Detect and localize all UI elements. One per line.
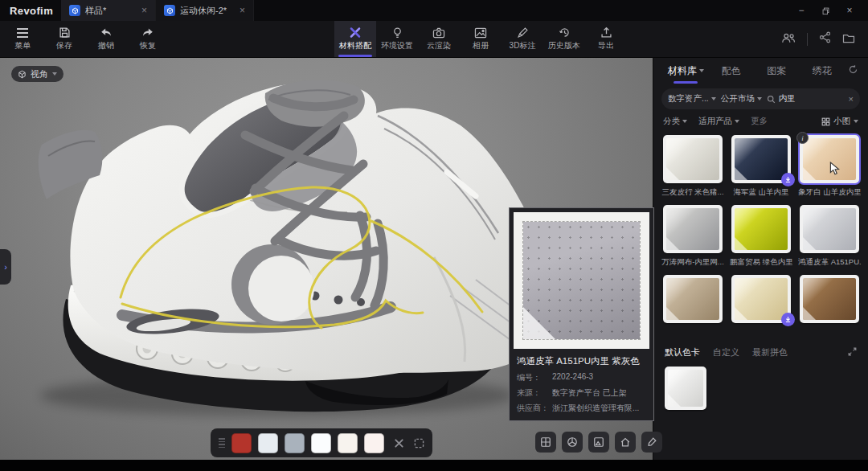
material-item[interactable]: i象牙白 山羊皮内里 bbox=[798, 135, 861, 197]
annotate-3d-button[interactable]: 3D标注 bbox=[502, 21, 543, 57]
titlebar: Revofim 样品* × 运动休闲-2* × − × bbox=[0, 0, 868, 21]
letterbox-bar bbox=[0, 460, 868, 471]
default-material-swatch[interactable] bbox=[665, 367, 706, 410]
capture-frame-button[interactable] bbox=[414, 438, 424, 448]
color-swatch[interactable] bbox=[231, 433, 252, 453]
export-button[interactable]: 导出 bbox=[585, 21, 627, 57]
album-button[interactable]: 相册 bbox=[460, 21, 502, 57]
search-box bbox=[767, 94, 844, 104]
shuffle-colors-button[interactable] bbox=[394, 438, 404, 448]
material-item[interactable] bbox=[661, 275, 724, 337]
image-icon bbox=[593, 436, 604, 448]
color-swatch[interactable] bbox=[338, 433, 358, 453]
download-badge-icon[interactable] bbox=[781, 313, 795, 326]
tab-latest-palette[interactable]: 最新拼色 bbox=[752, 346, 788, 358]
material-item[interactable] bbox=[730, 275, 792, 337]
source-dropdown[interactable]: 数字资产... bbox=[668, 93, 716, 104]
environment-button[interactable]: 环境设置 bbox=[376, 21, 418, 57]
tab-color-scheme[interactable]: 配色 bbox=[709, 59, 755, 83]
more-button[interactable]: 更多 bbox=[751, 116, 768, 127]
color-wheel-button[interactable] bbox=[562, 432, 583, 453]
material-name: 鸿通皮革 A151PU... bbox=[798, 257, 861, 267]
download-badge-icon[interactable] bbox=[781, 173, 795, 186]
tab-sport-casual[interactable]: 运动休闲-2* × bbox=[156, 0, 254, 21]
thumbnail-size-dropdown[interactable]: 小图 bbox=[821, 116, 858, 127]
tab-default-palette[interactable]: 默认色卡 bbox=[665, 346, 700, 358]
color-swatch[interactable] bbox=[285, 433, 305, 453]
chevron-down-icon bbox=[52, 72, 57, 76]
expand-panel-button[interactable] bbox=[848, 347, 857, 358]
color-bar bbox=[211, 428, 432, 457]
drag-handle[interactable] bbox=[219, 438, 225, 448]
scene-button[interactable] bbox=[615, 432, 636, 453]
clear-search-icon[interactable]: × bbox=[849, 94, 854, 104]
tab-sample[interactable]: 样品* × bbox=[61, 0, 156, 21]
tab-embroidery[interactable]: 绣花 bbox=[800, 59, 845, 83]
view-angle-button[interactable]: 视角 bbox=[11, 66, 63, 82]
view-cube-icon bbox=[18, 70, 27, 79]
filter-bar-2: 分类 适用产品 更多 小图 bbox=[663, 116, 858, 127]
material-panel: 材料库 配色 图案 绣花 数字资产... 公开市场 bbox=[653, 58, 868, 460]
material-item[interactable]: 海军蓝 山羊内里 bbox=[730, 135, 792, 197]
color-swatch[interactable] bbox=[311, 433, 331, 453]
restore-button[interactable] bbox=[815, 2, 836, 18]
toolbar-center-group: 材料搭配 环境设置 云渲染 相册 3D标注 历史版本 bbox=[334, 21, 627, 57]
chevron-down-icon bbox=[682, 120, 687, 123]
undo-button[interactable]: 撤销 bbox=[85, 21, 127, 57]
redo-button[interactable]: 恢复 bbox=[127, 21, 169, 57]
folder-button[interactable] bbox=[842, 32, 855, 47]
minimize-button[interactable]: − bbox=[791, 2, 812, 18]
info-icon[interactable]: i bbox=[796, 132, 809, 144]
collaborate-button[interactable] bbox=[781, 32, 796, 47]
mouse-cursor bbox=[829, 162, 841, 179]
texture-button[interactable] bbox=[588, 432, 609, 453]
save-icon bbox=[59, 27, 71, 39]
material-item[interactable]: 万涛网布-内里网... bbox=[661, 205, 724, 267]
color-wheel-icon bbox=[567, 436, 578, 448]
board-icon bbox=[540, 436, 551, 448]
material-code-row: 编号： 2202-246-3 bbox=[517, 372, 646, 383]
material-name: 万涛网布-内里网... bbox=[661, 257, 724, 267]
default-palette-area bbox=[653, 358, 868, 418]
material-match-button[interactable]: 材料搭配 bbox=[334, 21, 376, 57]
panel-expand-handle[interactable]: › bbox=[0, 249, 11, 285]
export-icon bbox=[600, 27, 612, 39]
camera-icon bbox=[432, 27, 445, 39]
material-item[interactable] bbox=[798, 275, 861, 337]
search-input[interactable] bbox=[779, 94, 835, 104]
material-match-icon bbox=[349, 27, 362, 39]
material-board-button[interactable] bbox=[535, 432, 556, 453]
tab-pattern[interactable]: 图案 bbox=[754, 59, 800, 83]
tab-material-library[interactable]: 材料库 bbox=[663, 59, 709, 83]
refresh-button[interactable] bbox=[848, 63, 858, 78]
document-tabs: 样品* × 运动休闲-2* × bbox=[61, 0, 254, 21]
share-button[interactable] bbox=[819, 31, 831, 47]
lightbulb-icon bbox=[391, 27, 403, 39]
tab-custom-palette[interactable]: 自定义 bbox=[713, 346, 739, 358]
tab-close-icon[interactable]: × bbox=[133, 5, 147, 16]
market-dropdown[interactable]: 公开市场 bbox=[721, 93, 762, 104]
category-dropdown[interactable]: 分类 bbox=[663, 116, 687, 127]
save-button[interactable]: 保存 bbox=[43, 21, 85, 57]
brush-icon bbox=[646, 436, 657, 448]
material-source-row: 来源： 数字资产平台 已上架 bbox=[517, 387, 646, 399]
cloud-render-button[interactable]: 云渲染 bbox=[418, 21, 460, 57]
material-item[interactable]: 三友皮行 米色猪... bbox=[661, 135, 724, 197]
material-item[interactable]: 鸿通皮革 A151PU... bbox=[798, 205, 861, 267]
material-name: 鹏富贸易 绿色内里... bbox=[730, 257, 792, 267]
menu-button[interactable]: 菜单 bbox=[2, 21, 43, 57]
material-item[interactable]: 鹏富贸易 绿色内里... bbox=[730, 205, 792, 267]
chevron-down-icon bbox=[854, 120, 858, 123]
house-icon bbox=[620, 436, 631, 448]
color-swatch[interactable] bbox=[364, 433, 384, 453]
app-logo: Revofim bbox=[0, 0, 61, 21]
history-button[interactable]: 历史版本 bbox=[543, 21, 585, 57]
material-grid: 三友皮行 米色猪...海军蓝 山羊内里i象牙白 山羊皮内里万涛网布-内里网...… bbox=[653, 127, 868, 337]
product-dropdown[interactable]: 适用产品 bbox=[698, 116, 739, 127]
paint-button[interactable] bbox=[641, 432, 662, 453]
toolbar-right-group bbox=[781, 21, 868, 57]
color-swatch[interactable] bbox=[258, 433, 278, 453]
material-name: 三友皮行 米色猪... bbox=[661, 187, 724, 197]
tab-close-icon[interactable]: × bbox=[231, 5, 245, 16]
close-button[interactable]: × bbox=[839, 2, 860, 18]
